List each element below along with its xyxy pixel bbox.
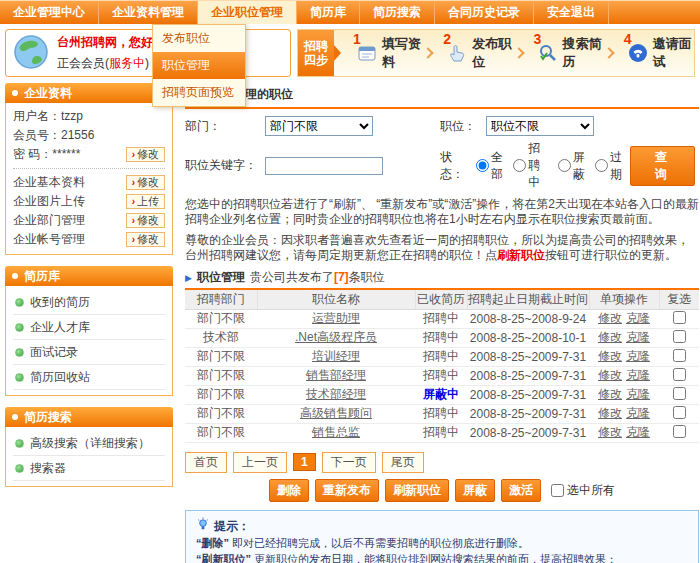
dept-select[interactable]: 部门不限 [265, 116, 373, 136]
col-resumes: 已收简历 [415, 289, 467, 309]
menu-item-page-preview[interactable]: 招聘页面预览 [153, 79, 245, 106]
modify-link[interactable]: 修改 [598, 330, 622, 344]
step-invite-interview[interactable]: 4 邀请面试 [614, 30, 694, 76]
keyword-input[interactable] [265, 157, 383, 175]
sidebar-item-talent-pool[interactable]: 企业人才库 [13, 315, 165, 340]
pagination-prev[interactable]: 上一页 [233, 452, 287, 473]
sidebar-link-account-manage[interactable]: 企业帐号管理 [13, 231, 85, 248]
job-status: 招聘中 [423, 330, 459, 344]
delete-button[interactable]: 删除 [269, 479, 309, 502]
job-count: [7] [334, 270, 349, 284]
status-option-label[interactable]: 招聘中 [528, 140, 549, 191]
job-title-link[interactable]: .Net高级程序员 [295, 330, 377, 344]
row-select-checkbox[interactable] [673, 387, 686, 400]
job-title-link[interactable]: 销售总监 [312, 425, 360, 439]
nav-tab-resume-library[interactable]: 简历库 [297, 1, 360, 24]
pagination-last[interactable]: 尾页 [382, 452, 424, 473]
clone-link[interactable]: 克隆 [626, 425, 650, 439]
job-title-link[interactable]: 技术部经理 [306, 387, 366, 401]
row-select-checkbox[interactable] [673, 406, 686, 419]
nav-tab-management-center[interactable]: 企业管理中心 [0, 1, 99, 24]
sidebar: 企业资料 用户名：tzzp 会员号：21556 密 码：****** ›修改 [5, 83, 173, 498]
clone-link[interactable]: 克隆 [626, 311, 650, 325]
green-dot-icon [15, 373, 24, 382]
search-button[interactable]: 查 询 [630, 146, 695, 186]
block-button[interactable]: 屏蔽 [455, 479, 495, 502]
nav-tab-resume-search[interactable]: 简历搜索 [360, 1, 435, 24]
nav-tab-logout[interactable]: 安全退出 [534, 1, 609, 24]
green-dot-icon [15, 464, 24, 473]
sidebar-item-resume-recycle[interactable]: 简历回收站 [13, 365, 165, 390]
status-option-label[interactable]: 屏蔽 [573, 149, 587, 183]
activate-button[interactable]: 激活 [501, 479, 541, 502]
top-navigation: 企业管理中心 企业资料管理 企业职位管理 简历库 简历搜索 合同历史记录 安全退… [0, 0, 700, 24]
modify-password-button[interactable]: ›修改 [126, 147, 165, 162]
job-title-link[interactable]: 培训经理 [312, 349, 360, 363]
sidebar-item-interview-records[interactable]: 面试记录 [13, 340, 165, 365]
sidebar-item-received-resumes[interactable]: 收到的简历 [13, 290, 165, 315]
pagination-next[interactable]: 下一页 [322, 452, 376, 473]
job-title-link[interactable]: 高级销售顾问 [300, 406, 372, 420]
clone-link[interactable]: 克隆 [626, 387, 650, 401]
dept-manage-row: 企业部门管理 ›修改 [13, 211, 165, 230]
sidebar-link-basic-info[interactable]: 企业基本资料 [13, 174, 85, 191]
menu-item-manage-jobs[interactable]: 职位管理 [153, 52, 245, 79]
position-select[interactable]: 职位不限 [486, 116, 594, 136]
row-select-checkbox[interactable] [673, 425, 686, 438]
row-select-checkbox[interactable] [673, 368, 686, 381]
modify-link[interactable]: 修改 [598, 349, 622, 363]
resume-library-box: 简历库 收到的简历 企业人才库 面试记录 简历回收站 [5, 266, 173, 396]
modify-link[interactable]: 修改 [598, 406, 622, 420]
refresh-job-inline-link[interactable]: 刷新职位 [497, 248, 545, 262]
row-select-checkbox[interactable] [673, 311, 686, 324]
keyword-label: 职位关键字： [185, 157, 265, 174]
nav-tab-job-management[interactable]: 企业职位管理 [198, 1, 297, 24]
sidebar-item-advanced-search[interactable]: 高级搜索（详细搜索） [13, 431, 165, 456]
job-title-link[interactable]: 销售部经理 [306, 368, 366, 382]
status-radio-expired[interactable] [595, 159, 608, 172]
step-number: 1 [353, 31, 361, 47]
select-all-label: 选中所有 [567, 482, 615, 499]
modify-link[interactable]: 修改 [598, 387, 622, 401]
upload-image-button[interactable]: ›上传 [126, 194, 165, 209]
status-option-label[interactable]: 全部 [491, 149, 505, 183]
refresh-jobs-button[interactable]: 刷新职位 [385, 479, 449, 502]
modify-link[interactable]: 修改 [598, 311, 622, 325]
pagination-first[interactable]: 首页 [185, 452, 227, 473]
clone-link[interactable]: 克隆 [626, 368, 650, 382]
row-select-checkbox[interactable] [673, 330, 686, 343]
status-radio-recruiting[interactable] [513, 159, 526, 172]
row-select-checkbox[interactable] [673, 349, 686, 362]
pagination-page-1[interactable]: 1 [293, 453, 316, 471]
arrow-icon: › [132, 177, 135, 188]
step-number: 3 [534, 31, 542, 47]
nav-tab-company-profile[interactable]: 企业资料管理 [99, 1, 198, 24]
status-radio-all[interactable] [476, 159, 489, 172]
clone-link[interactable]: 克隆 [626, 406, 650, 420]
modify-link[interactable]: 修改 [598, 425, 622, 439]
status-option-label[interactable]: 过期 [610, 149, 624, 183]
step-publish-job[interactable]: 2 发布职位 [433, 30, 513, 76]
republish-button[interactable]: 重新发布 [315, 479, 379, 502]
sidebar-link-dept-manage[interactable]: 企业部门管理 [13, 212, 85, 229]
sidebar-item-search-agent[interactable]: 搜索器 [13, 456, 165, 481]
menu-item-publish-job[interactable]: 发布职位 [153, 25, 245, 52]
nav-tab-contract-history[interactable]: 合同历史记录 [435, 1, 534, 24]
job-status: 招聘中 [423, 406, 459, 420]
status-radio-blocked[interactable] [558, 159, 571, 172]
select-all-checkbox[interactable] [551, 484, 564, 497]
modify-dept-button[interactable]: ›修改 [126, 213, 165, 228]
modify-basic-info-button[interactable]: ›修改 [126, 175, 165, 190]
sidebar-link-image-upload[interactable]: 企业图片上传 [13, 193, 85, 210]
clone-link[interactable]: 克隆 [626, 330, 650, 344]
step-search-resume[interactable]: 3 搜索简历 [524, 30, 604, 76]
header-band: 台州招聘网，您好！ 正会会员(服务中) 第2365 招聘四步 1 填写资料 2 [5, 29, 695, 77]
col-title: 职位名称 [257, 289, 415, 309]
modify-account-button[interactable]: ›修改 [126, 232, 165, 247]
jobs-table: 招聘部门 职位名称 已收简历 招聘起止日期截止时间 单项操作 复选 部门不限 运… [185, 288, 699, 443]
modify-link[interactable]: 修改 [598, 368, 622, 382]
step-fill-profile[interactable]: 1 填写资料 [343, 30, 423, 76]
clone-link[interactable]: 克隆 [626, 349, 650, 363]
steps-badge: 招聘四步 [298, 30, 334, 76]
job-title-link[interactable]: 运营助理 [312, 311, 360, 325]
